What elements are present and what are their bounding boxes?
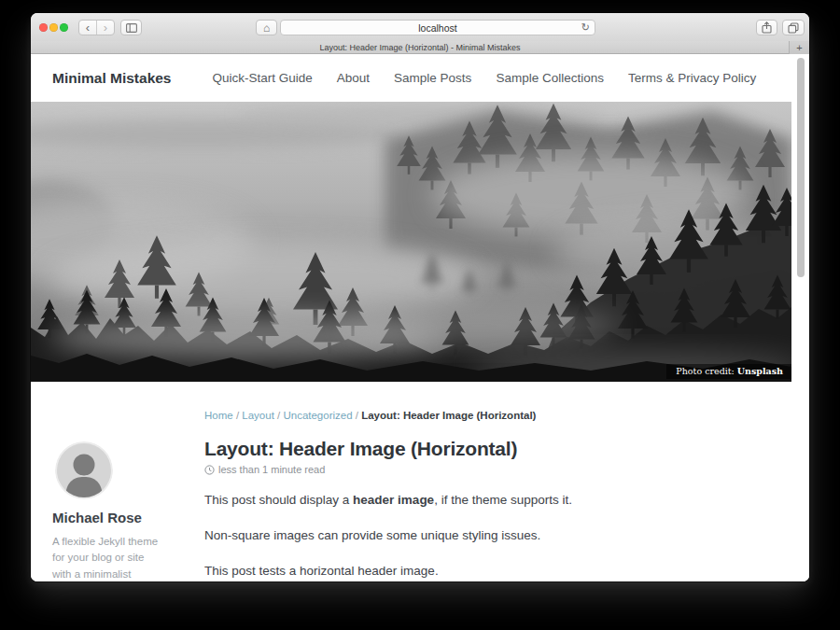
nav-item-sample-collections[interactable]: Sample Collections [496,71,604,85]
read-time: less than 1 minute read [218,464,325,475]
scrollbar-track[interactable] [791,54,809,581]
breadcrumb-uncategorized[interactable]: Uncategorized [283,410,352,421]
photo-credit: Photo credit: Unsplash [666,364,791,379]
close-window-button[interactable] [39,23,48,32]
post-body: This post should display a header image,… [204,491,787,581]
minimize-window-button[interactable] [49,23,58,32]
back-icon: ‹ [86,21,90,34]
browser-toolbar: ‹ › ⌂ localhost ↻ [31,13,809,42]
paragraph-1: This post should display a header image,… [204,491,787,511]
author-sidebar: Michael Rose A flexible Jekyll theme for… [52,436,204,581]
author-name: Michael Rose [52,510,204,525]
url-text: localhost [418,22,456,34]
sidebar-icon [126,23,137,33]
scrollbar-thumb[interactable] [797,58,805,277]
reload-icon: ↻ [581,21,590,33]
plus-icon: + [796,42,802,53]
home-button[interactable]: ⌂ [256,20,277,35]
nav-item-quick-start-guide[interactable]: Quick-Start Guide [213,71,313,85]
paragraph-1-text: This post should display a [204,493,353,507]
active-tab[interactable]: Layout: Header Image (Horizontal) - Mini… [319,43,520,52]
reload-button[interactable]: ↻ [581,21,590,34]
back-button[interactable]: ‹ [79,21,96,35]
share-icon [762,21,772,34]
history-nav-group: ‹ › [78,20,115,35]
author-avatar [55,441,113,499]
post-content: Layout: Header Image (Horizontal) less t… [204,436,809,581]
clock-icon [204,465,215,475]
home-icon: ⌂ [263,21,270,35]
site-masthead: Minimal Mistakes Quick-Start Guide About… [31,54,809,102]
breadcrumb-separator: / [356,410,358,421]
sidebar-toggle-button[interactable] [120,20,142,35]
site-nav: Quick-Start Guide About Sample Posts Sam… [213,71,757,85]
address-bar[interactable]: localhost ↻ [280,20,595,35]
site-title[interactable]: Minimal Mistakes [52,70,172,87]
post-title: Layout: Header Image (Horizontal) [204,438,787,460]
nav-item-terms-privacy[interactable]: Terms & Privacy Policy [628,71,756,85]
tabs-icon [788,22,799,34]
paragraph-1-bold: header image [353,493,434,507]
breadcrumb-home[interactable]: Home [204,410,233,421]
zoom-window-button[interactable] [60,23,68,32]
tab-overview-button[interactable] [782,20,805,35]
header-image: Photo credit: Unsplash [31,102,791,382]
forward-icon: › [104,21,107,34]
nav-item-sample-posts[interactable]: Sample Posts [394,71,471,85]
photo-credit-link[interactable]: Unsplash [737,366,783,376]
browser-window: ‹ › ⌂ localhost ↻ [31,13,809,581]
paragraph-1-tail: , if the theme supports it. [434,493,572,507]
breadcrumb-separator: / [236,410,239,421]
breadcrumb-current: Layout: Header Image (Horizontal) [361,410,536,421]
paragraph-3: This post tests a horizontal header imag… [204,562,787,581]
author-bio: A flexible Jekyll theme for your blog or… [52,534,166,581]
post-layout: Michael Rose A flexible Jekyll theme for… [31,436,809,581]
photo-credit-label: Photo credit: [676,366,736,376]
nav-item-about[interactable]: About [337,71,370,85]
post-meta: less than 1 minute read [204,464,787,475]
breadcrumb-layout[interactable]: Layout [242,410,274,421]
foggy-forest-photo [31,102,791,382]
new-tab-button[interactable]: + [789,41,809,54]
tab-bar: Layout: Header Image (Horizontal) - Mini… [31,41,809,54]
breadcrumb: Home / Layout / Uncategorized / Layout: … [204,410,809,421]
forward-button[interactable]: › [97,21,114,35]
share-button[interactable] [756,20,777,35]
breadcrumb-separator: / [277,410,280,421]
paragraph-2: Non-square images can provide some uniqu… [204,526,787,546]
page-viewport: Minimal Mistakes Quick-Start Guide About… [31,54,809,581]
